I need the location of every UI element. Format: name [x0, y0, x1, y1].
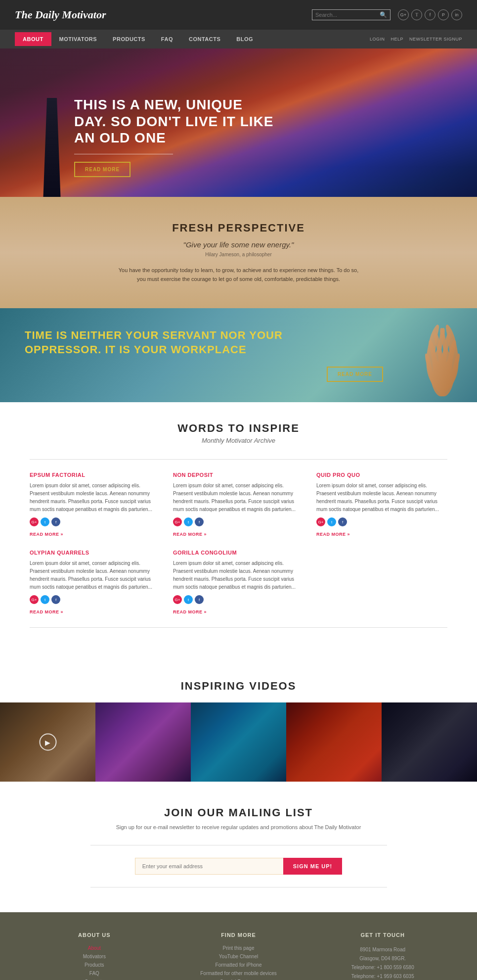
article-2-gplus[interactable]: G+ [173, 517, 182, 526]
article-2-readmore[interactable]: READ MORE » [173, 532, 207, 537]
article-5-text: Lorem ipsum dolor sit amet, conser adipi… [173, 560, 304, 591]
footer-find-title: FIND MORE [174, 932, 304, 938]
article-1-text: Lorem ipsum dolor sit amet, conser adipi… [30, 482, 161, 513]
article-2-social: G+ t f [173, 517, 304, 526]
footer-mobile-link[interactable]: Formatted for other mobile devices [174, 971, 304, 976]
nav-secondary: LOGIN HELP NEWSLETTER SIGNUP [370, 37, 462, 42]
article-5: GORILLA CONGOLIUM Lorem ipsum dolor sit … [173, 550, 304, 615]
time-read-more-button[interactable]: READ MORE [327, 367, 383, 382]
fresh-quote: "Give your life some new energy." [15, 240, 462, 249]
words-section: WORDS TO INSPIRE Monthly Motivator Archi… [0, 402, 477, 660]
article-5-readmore[interactable]: READ MORE » [173, 609, 207, 614]
article-4-readmore[interactable]: READ MORE » [30, 609, 63, 614]
hands-image [408, 308, 477, 402]
article-1-gplus[interactable]: G+ [30, 517, 39, 526]
hero-read-more-button[interactable]: READ MORE [74, 162, 130, 177]
article-5-facebook[interactable]: f [195, 595, 204, 604]
article-2-text: Lorem ipsum dolor sit amet, conser adipi… [173, 482, 304, 513]
video-play-1[interactable]: ▶ [39, 734, 56, 751]
nav-faq[interactable]: FAQ [153, 32, 181, 46]
article-2-facebook[interactable]: f [195, 517, 204, 526]
mailing-signup-button[interactable]: SIGN ME UP! [283, 858, 342, 875]
time-quote: TIME IS NEITHER YOUR SERVANT NOR YOUROPP… [25, 328, 383, 357]
nav-contacts[interactable]: CONTACTS [181, 32, 228, 46]
fresh-text: You have the opportunity today to learn,… [115, 266, 362, 283]
article-5-twitter[interactable]: t [184, 595, 193, 604]
social-pinterest-icon[interactable]: P [438, 9, 449, 20]
video-thumb-2[interactable] [95, 702, 191, 782]
nav-login[interactable]: LOGIN [370, 37, 385, 42]
header: The Daily Motivator 🔍 G+ 𝕋 f P in [0, 0, 477, 30]
mailing-divider-top [90, 845, 387, 845]
articles-row1: EPSUM FACTORIAL Lorem ipsum dolor sit am… [30, 472, 447, 537]
words-title: WORDS TO INSPIRE [30, 422, 447, 435]
nav-main: ABOUT MOTIVATORS PRODUCTS FAQ CONTACTS B… [15, 32, 261, 46]
header-right: 🔍 G+ 𝕋 f P in [312, 9, 462, 20]
article-1: EPSUM FACTORIAL Lorem ipsum dolor sit am… [30, 472, 161, 537]
article-1-social: G+ t f [30, 517, 161, 526]
article-4-title: OLYPIAN QUARRELS [30, 550, 161, 556]
fresh-author: Hilary Jameson, a philosopher [15, 252, 462, 257]
search-icon[interactable]: 🔍 [380, 11, 387, 18]
footer-contact-title: GET IT TOUCH [318, 932, 447, 938]
nav-newsletter-signup[interactable]: NEWSLETTER SIGNUP [409, 37, 462, 42]
video-thumb-4[interactable] [286, 702, 382, 782]
article-3-twitter[interactable]: t [327, 517, 336, 526]
footer-youtube-link[interactable]: YouTube Channel [174, 954, 304, 959]
article-5-gplus[interactable]: G+ [173, 595, 182, 604]
article-1-title: EPSUM FACTORIAL [30, 472, 161, 478]
nav-bar: ABOUT MOTIVATORS PRODUCTS FAQ CONTACTS B… [0, 30, 477, 48]
mailing-form: SIGN ME UP! [15, 858, 462, 875]
article-1-facebook[interactable]: f [51, 517, 60, 526]
mailing-email-input[interactable] [135, 858, 283, 875]
video-thumb-3[interactable] [191, 702, 286, 782]
footer-about-link[interactable]: About [30, 945, 159, 951]
video-thumb-5[interactable] [382, 702, 477, 782]
social-facebook-icon[interactable]: f [425, 9, 435, 20]
footer-products-link[interactable]: Products [30, 962, 159, 968]
time-content: TIME IS NEITHER YOUR SERVANT NOR YOUROPP… [0, 314, 408, 397]
article-3-readmore[interactable]: READ MORE » [316, 532, 350, 537]
mailing-section: JOIN OUR MAILING LIST Sign up for our e-… [0, 782, 477, 912]
nav-products[interactable]: PRODUCTS [105, 32, 153, 46]
article-3-facebook[interactable]: f [338, 517, 347, 526]
search-box: 🔍 [312, 9, 390, 20]
article-4-gplus[interactable]: G+ [30, 595, 39, 604]
nav-blog[interactable]: BLOG [228, 32, 261, 46]
footer-faq-link[interactable]: FAQ [30, 971, 159, 976]
search-input[interactable] [315, 12, 380, 18]
video-thumb-1[interactable]: ▶ [0, 702, 95, 782]
footer-iphone-link[interactable]: Formatted for iPhone [174, 962, 304, 968]
footer-telephone2: Telephone: +1 959 603 6035 [351, 974, 414, 979]
fresh-title: FRESH PERSPECTIVE [15, 222, 462, 234]
footer-address: 8901 Marmora Road [360, 947, 405, 952]
article-3-gplus[interactable]: G+ [316, 517, 325, 526]
article-4-text: Lorem ipsum dolor sit amet, conser adipi… [30, 560, 161, 591]
footer-motivators-link[interactable]: Motivators [30, 954, 159, 959]
article-4-twitter[interactable]: t [41, 595, 49, 604]
nav-motivators[interactable]: MOTIVATORS [51, 32, 105, 46]
hero-section: THIS IS A NEW, UNIQUEDAY. SO DON'T LIVE … [0, 48, 477, 197]
article-1-readmore[interactable]: READ MORE » [30, 532, 63, 537]
words-subtitle: Monthly Motivator Archive [30, 437, 447, 444]
article-4-facebook[interactable]: f [51, 595, 60, 604]
footer-telephone1: Telephone: +1 800 559 6580 [351, 965, 414, 970]
words-divider-top [30, 459, 447, 460]
social-gplus-icon[interactable]: G+ [398, 9, 409, 20]
article-2-title: NON DEPOSIT [173, 472, 304, 478]
article-3-social: G+ t f [316, 517, 447, 526]
social-twitter-icon[interactable]: 𝕋 [411, 9, 422, 20]
article-1-twitter[interactable]: t [41, 517, 49, 526]
footer-col-about: ABOUT US About Motivators Products FAQ C… [30, 932, 159, 980]
article-3-text: Lorem ipsum dolor sit amet, conser adipi… [316, 482, 447, 513]
nav-help[interactable]: HELP [390, 37, 403, 42]
nav-about[interactable]: ABOUT [15, 32, 51, 46]
articles-row2: OLYPIAN QUARRELS Lorem ipsum dolor sit a… [30, 550, 447, 615]
footer-columns: ABOUT US About Motivators Products FAQ C… [30, 932, 447, 980]
hero-content: THIS IS A NEW, UNIQUEDAY. SO DON'T LIVE … [0, 96, 273, 177]
footer-print-link[interactable]: Print this page [174, 945, 304, 951]
article-4-social: G+ t f [30, 595, 161, 604]
article-empty [316, 550, 447, 615]
social-linkedin-icon[interactable]: in [451, 9, 462, 20]
article-2-twitter[interactable]: t [184, 517, 193, 526]
